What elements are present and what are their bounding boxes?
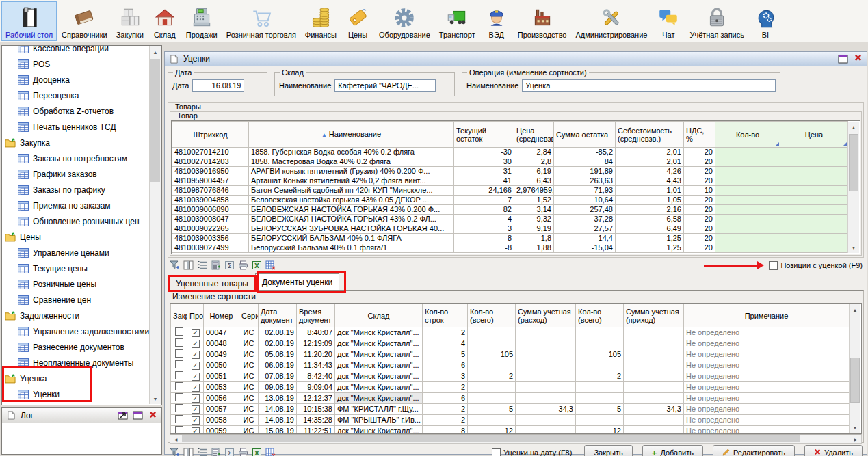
- table-cell[interactable]: [715, 234, 780, 243]
- table-cell[interactable]: [715, 196, 780, 205]
- filter-icon[interactable]: [169, 447, 181, 456]
- table-row[interactable]: ✓00048ИС02.08.1912:19:09дск "Минск Крист…: [171, 338, 850, 349]
- sidebar-item[interactable]: Кассовые операции: [3, 46, 149, 56]
- tab-discount-documents[interactable]: Документы уценки: [255, 273, 339, 290]
- sidebar-item[interactable]: Закупка: [3, 135, 149, 150]
- posted-checkbox[interactable]: ✓: [192, 416, 200, 425]
- toolbar-item-boxes[interactable]: Закупки: [112, 1, 148, 41]
- edit-button[interactable]: Редактировать: [713, 445, 795, 456]
- sidebar-item[interactable]: Сравнение цен: [3, 292, 149, 308]
- column-header[interactable]: Кол-во (всего): [468, 304, 516, 327]
- close-icon[interactable]: [852, 54, 863, 64]
- warehouse-input[interactable]: Кафетерий "ЧАРОДЕ...: [334, 79, 436, 92]
- sigma-icon[interactable]: Σ: [224, 260, 235, 271]
- operation-input[interactable]: Уценка: [522, 79, 776, 92]
- closed-checkbox[interactable]: [175, 382, 183, 390]
- table-row[interactable]: ✓00056ИС13.08.1912:12:37дск "Минск Крист…: [171, 393, 850, 404]
- table-cell[interactable]: [780, 243, 848, 253]
- scroll-down-icon[interactable]: ▼: [850, 422, 860, 433]
- table-row[interactable]: 4810039004858Беловежская настойка горька…: [172, 196, 848, 205]
- table-cell[interactable]: [780, 224, 848, 234]
- column-header[interactable]: Сери: [239, 304, 259, 327]
- posted-checkbox-cell[interactable]: ✓: [187, 349, 204, 360]
- add-button[interactable]: +Добавить: [642, 445, 703, 456]
- scroll-left-icon[interactable]: ◀: [170, 435, 181, 443]
- toolbar-item-cash-register[interactable]: Продажи: [182, 1, 222, 41]
- closed-checkbox-cell[interactable]: [171, 415, 187, 426]
- posted-checkbox[interactable]: ✓: [192, 351, 200, 359]
- popout-icon[interactable]: [117, 410, 129, 420]
- filter-icon[interactable]: [169, 260, 181, 271]
- closed-checkbox-cell[interactable]: [171, 382, 187, 393]
- posted-checkbox[interactable]: ✓: [192, 384, 200, 392]
- closed-checkbox-cell[interactable]: [171, 371, 187, 382]
- column-header[interactable]: Сумма остатка: [554, 122, 616, 148]
- table-cell[interactable]: [780, 234, 848, 243]
- posted-checkbox[interactable]: ✓: [192, 394, 200, 403]
- table-row[interactable]: 4810039008047БЕЛОВЕЖСКАЯ НАСТОЙКА ГОРЬКА…: [172, 215, 848, 224]
- toolbar-item-gear[interactable]: Оборудование: [375, 1, 434, 41]
- scroll-right-icon[interactable]: ▶: [850, 435, 861, 443]
- posted-checkbox[interactable]: ✓: [192, 373, 200, 381]
- posted-checkbox[interactable]: ✓: [192, 340, 200, 348]
- scroll-up-icon[interactable]: ▲: [850, 304, 860, 315]
- column-header[interactable]: Закр: [171, 304, 187, 327]
- closed-checkbox-cell[interactable]: [171, 360, 187, 371]
- closed-checkbox[interactable]: [175, 426, 183, 434]
- table-row[interactable]: ✓00058ИС14.08.1914:35:28ФМ "КРЫШТАЛЬ" г.…: [171, 415, 850, 426]
- sidebar-item[interactable]: Разнесение документов: [3, 339, 149, 355]
- column-header[interactable]: Кол-во: [715, 122, 780, 148]
- toolbar-item-factory[interactable]: Производство: [514, 1, 571, 41]
- sidebar-item[interactable]: Графики заказов: [3, 166, 149, 182]
- scroll-down-icon[interactable]: ▼: [848, 242, 859, 253]
- table-cell[interactable]: [715, 148, 780, 157]
- tab-discounted-goods[interactable]: Уцененные товары: [169, 276, 255, 290]
- sidebar-item[interactable]: Задолженности: [3, 308, 149, 323]
- sidebar-item[interactable]: Цены: [3, 229, 149, 245]
- table-row[interactable]: 48100270142031858. Мастеровая Водка 40% …: [172, 157, 848, 167]
- toolbar-item-desktop[interactable]: Рабочий стол: [1, 1, 57, 41]
- scrollbar-thumb[interactable]: [850, 358, 860, 403]
- sidebar-item[interactable]: Уценки: [3, 386, 149, 402]
- positions-checkbox-row[interactable]: Позиции с уценкой (F9): [769, 261, 863, 270]
- column-header[interactable]: Штрихкод: [172, 122, 249, 148]
- table-row[interactable]: ✓00049ИС05.08.1911:20:20дск "Минск Крист…: [171, 349, 850, 360]
- closed-checkbox[interactable]: [175, 360, 183, 368]
- scrollbar-thumb[interactable]: [849, 134, 858, 191]
- sidebar-item[interactable]: Управление ценами: [3, 245, 149, 260]
- column-header[interactable]: Про: [187, 304, 204, 327]
- sidebar-item[interactable]: Обработка Z-отчетов: [3, 103, 149, 119]
- column-header[interactable]: Себестоимость (средневзв.): [616, 122, 684, 148]
- closed-checkbox[interactable]: [175, 349, 183, 358]
- table-row[interactable]: 4810039027499Белорусский Бальзам 40% 0.1…: [172, 243, 848, 253]
- toolbar-item-book[interactable]: Справочники: [57, 1, 111, 41]
- calculator-icon[interactable]: [210, 447, 222, 456]
- column-header[interactable]: Цена: [780, 122, 848, 148]
- table-cell[interactable]: [780, 186, 848, 196]
- column-header[interactable]: Склад: [335, 304, 423, 327]
- table-row[interactable]: ✓00053ИС09.08.199:09:04дск "Минск Криста…: [171, 382, 850, 393]
- column-header[interactable]: Номер: [204, 304, 239, 327]
- closed-checkbox[interactable]: [175, 371, 183, 379]
- column-header[interactable]: Дата документ: [259, 304, 297, 327]
- closed-checkbox-cell[interactable]: [171, 338, 187, 349]
- table-cell[interactable]: [715, 176, 780, 186]
- posted-checkbox-cell[interactable]: ✓: [187, 426, 204, 435]
- table-row[interactable]: 48100270142101858. Губернская Водка особ…: [172, 148, 848, 157]
- closed-checkbox[interactable]: [175, 327, 183, 336]
- close-button[interactable]: Закрыть: [584, 445, 632, 456]
- sidebar-item[interactable]: Управление задолженностями: [3, 323, 149, 339]
- date-input[interactable]: 16.08.19: [192, 79, 244, 92]
- closed-checkbox[interactable]: [175, 404, 183, 412]
- toolbar-item-cart[interactable]: Розничная торговля: [222, 1, 300, 41]
- column-header[interactable]: НДС, %: [684, 122, 715, 148]
- date-filter-checkbox[interactable]: [492, 448, 501, 456]
- closed-checkbox[interactable]: [175, 338, 183, 347]
- table-cell[interactable]: [715, 186, 780, 196]
- closed-checkbox-cell[interactable]: [171, 393, 187, 404]
- sidebar-scrollbar[interactable]: ▲ ▼: [149, 46, 161, 404]
- column-header[interactable]: Кол-во (всего): [576, 304, 624, 327]
- sidebar-item[interactable]: Уценка: [3, 371, 149, 386]
- posted-checkbox-cell[interactable]: ✓: [187, 360, 204, 371]
- numbered-list-icon[interactable]: [196, 447, 208, 456]
